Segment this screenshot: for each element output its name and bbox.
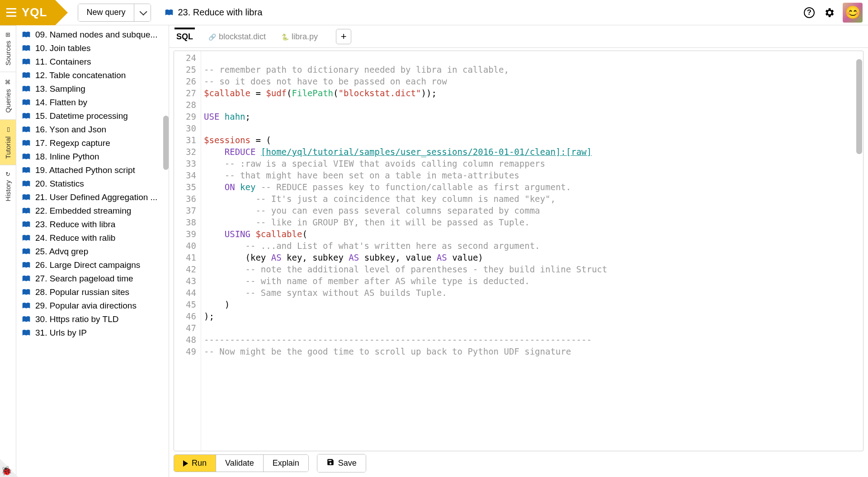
token-op: value) xyxy=(447,253,483,262)
scrollbar-thumb[interactable] xyxy=(856,59,862,154)
tutorial-item[interactable]: 11. Containers xyxy=(16,55,169,69)
code-line[interactable]: ); xyxy=(204,310,863,322)
token-kw: AS xyxy=(349,253,359,262)
tutorial-item[interactable]: 10. Join tables xyxy=(16,42,169,55)
new-query-button[interactable]: New query xyxy=(78,4,133,21)
tutorial-item[interactable]: 15. Datetime processing xyxy=(16,109,169,123)
book-icon xyxy=(22,262,31,269)
tutorial-label: 27. Search pageload time xyxy=(35,274,133,284)
code-line[interactable]: $callable = $udf(FilePath("blockstat.dic… xyxy=(204,87,863,99)
line-number: 46 xyxy=(174,310,196,322)
side-tab-queries[interactable]: Queries⌘ xyxy=(0,72,16,119)
token-var: $callable xyxy=(204,88,250,98)
tutorial-item[interactable]: 13. Sampling xyxy=(16,82,169,96)
side-tab-label: History xyxy=(4,180,12,201)
tutorial-item[interactable]: 12. Table concatenation xyxy=(16,69,169,82)
tutorial-item[interactable]: 22. Embedded streaming xyxy=(16,204,169,218)
code-line[interactable]: -- Same syntax without AS builds Tuple. xyxy=(204,287,863,299)
avatar[interactable]: 😊 xyxy=(843,3,863,23)
token-op xyxy=(219,112,224,122)
tutorial-item[interactable]: 23. Reduce with libra xyxy=(16,218,169,231)
code-line[interactable] xyxy=(204,52,863,64)
tutorial-label: 17. Regexp capture xyxy=(35,138,110,148)
side-tab-sources[interactable]: Sources⊞ xyxy=(0,25,16,72)
tutorial-item[interactable]: 18. Inline Python xyxy=(16,150,169,164)
code-line[interactable]: (key AS key, subkey AS subkey, value AS … xyxy=(204,252,863,263)
editor-tab-blockstat-dict[interactable]: 🔗blockstat.dict xyxy=(207,28,268,45)
code-line[interactable]: -- It's just a coincidence that key colu… xyxy=(204,193,863,205)
add-tab-button[interactable]: + xyxy=(336,29,351,44)
help-button[interactable]: ? xyxy=(802,5,816,20)
code-line[interactable]: -- ...and List of what's written here as… xyxy=(204,240,863,252)
code-editor[interactable]: 2425262728293031323334353637383940414243… xyxy=(174,51,863,451)
tutorial-item[interactable]: 16. Yson and Json xyxy=(16,123,169,136)
tutorial-item[interactable]: 31. Urls by IP xyxy=(16,326,169,340)
code-line[interactable] xyxy=(204,122,863,134)
editor-area: SQL🔗blockstat.dict🐍libra.py+ 24252627282… xyxy=(169,25,868,477)
tutorial-item[interactable]: 17. Regexp capture xyxy=(16,136,169,150)
tutorial-label: 23. Reduce with libra xyxy=(35,220,115,229)
sources-icon: ⊞ xyxy=(5,31,10,38)
tutorial-item[interactable]: 30. Https ratio by TLD xyxy=(16,313,169,326)
code-line[interactable]: -- like in GROUP BY, then it will be pas… xyxy=(204,216,863,228)
settings-button[interactable] xyxy=(822,5,836,20)
new-query-dropdown[interactable] xyxy=(134,4,151,21)
tutorial-label: 11. Containers xyxy=(35,57,91,67)
tutorial-item[interactable]: 25. Advq grep xyxy=(16,245,169,258)
editor-tab-libra-py[interactable]: 🐍libra.py xyxy=(279,28,320,45)
code-line[interactable]: -- :raw is a special VIEW that avoids ca… xyxy=(204,158,863,169)
tutorial-item[interactable]: 27. Search pageload time xyxy=(16,272,169,285)
code-line[interactable]: -- note the additional level of parenthe… xyxy=(204,263,863,275)
code-line[interactable] xyxy=(204,322,863,334)
code-line[interactable]: -- with name of member after AS while ty… xyxy=(204,275,863,287)
tutorial-item[interactable]: 29. Popular avia directions xyxy=(16,299,169,313)
book-icon xyxy=(22,140,31,147)
code-line[interactable]: USE hahn; xyxy=(204,111,863,122)
code-line[interactable]: $sessions = ( xyxy=(204,134,863,146)
save-button[interactable]: Save xyxy=(317,454,366,472)
tutorial-item[interactable]: 14. Flatten by xyxy=(16,96,169,109)
code-line[interactable] xyxy=(204,99,863,111)
tutorial-label: 22. Embedded streaming xyxy=(35,206,131,216)
side-tab-history[interactable]: History↻ xyxy=(0,165,16,208)
code-line[interactable]: -- remember path to dictionary needed by… xyxy=(204,64,863,75)
tutorial-item[interactable]: 09. Named nodes and subque... xyxy=(16,28,169,42)
editor-tab-sql[interactable]: SQL xyxy=(175,28,195,45)
tutorial-item[interactable]: 19. Attached Python script xyxy=(16,164,169,177)
code-line[interactable]: ----------------------------------------… xyxy=(204,334,863,346)
tutorial-item[interactable]: 21. User Defined Aggregation ... xyxy=(16,191,169,204)
explain-button[interactable]: Explain xyxy=(263,455,308,472)
code-line[interactable]: -- Now might be the good time to scroll … xyxy=(204,346,863,357)
tutorial-item[interactable]: 26. Large Direct campaigns xyxy=(16,258,169,272)
editor-tab-label: libra.py xyxy=(292,32,318,42)
tutorial-item[interactable]: 28. Popular russian sites xyxy=(16,285,169,299)
code-line[interactable]: REDUCE [home/yql/tutorial/samples/user_s… xyxy=(204,146,863,158)
code-line[interactable]: -- so it does not have to be passed on e… xyxy=(204,75,863,87)
code-body[interactable]: -- remember path to dictionary needed by… xyxy=(201,51,863,451)
token-op: subkey, value xyxy=(359,253,437,262)
run-group: Run Validate Explain xyxy=(174,454,309,472)
token-comment: -- REDUCE passes key to function/callabl… xyxy=(261,182,571,192)
token-comment: -- Now might be the good time to scroll … xyxy=(204,346,571,356)
validate-button[interactable]: Validate xyxy=(216,455,263,472)
line-number: 24 xyxy=(174,52,196,64)
menu-toggle[interactable] xyxy=(6,8,16,17)
side-tab-tutorial[interactable]: Tutorial▭ xyxy=(0,119,16,165)
run-button[interactable]: Run xyxy=(174,455,216,472)
bug-report-button[interactable]: 🐞 xyxy=(0,459,18,477)
book-icon xyxy=(22,248,31,255)
token-kw: USE xyxy=(204,112,219,122)
code-line[interactable]: USING $callable( xyxy=(204,228,863,240)
side-tab-label: Sources xyxy=(4,41,12,65)
tutorial-item[interactable]: 20. Statistics xyxy=(16,177,169,191)
tutorial-label: 12. Table concatenation xyxy=(35,70,126,80)
scrollbar-thumb[interactable] xyxy=(163,116,169,170)
code-line[interactable]: -- you can even pass several columns sep… xyxy=(204,205,863,216)
tutorial-item[interactable]: 24. Reduce with ralib xyxy=(16,231,169,245)
token-op xyxy=(204,194,255,204)
book-icon xyxy=(22,112,31,120)
code-line[interactable]: ON key -- REDUCE passes key to function/… xyxy=(204,181,863,193)
code-line[interactable]: ) xyxy=(204,299,863,310)
tutorial-label: 31. Urls by IP xyxy=(35,328,87,338)
code-line[interactable]: -- that might have been set on a table i… xyxy=(204,169,863,181)
